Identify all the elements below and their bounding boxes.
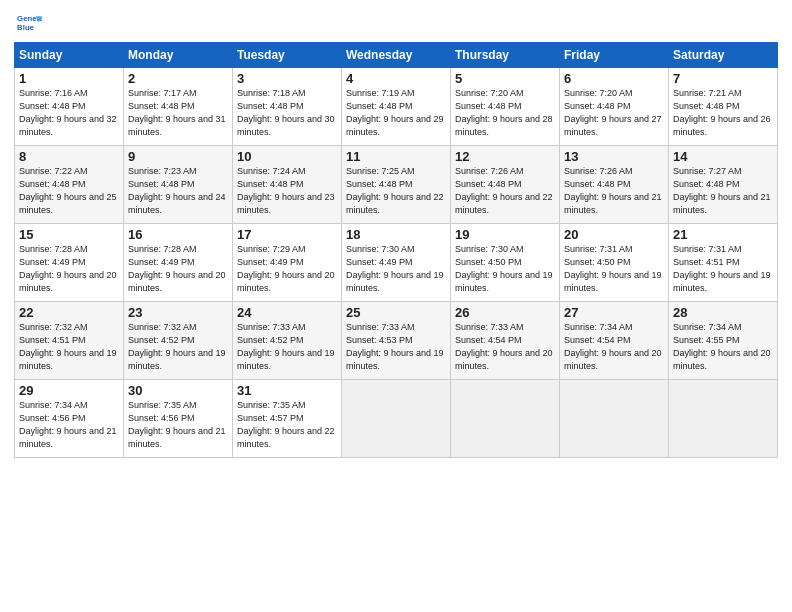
day-cell: 21Sunrise: 7:31 AMSunset: 4:51 PMDayligh… bbox=[669, 224, 778, 302]
day-number: 14 bbox=[673, 149, 773, 164]
day-number: 17 bbox=[237, 227, 337, 242]
logo: General Blue bbox=[14, 10, 46, 38]
day-info: Sunrise: 7:35 AMSunset: 4:56 PMDaylight:… bbox=[128, 399, 228, 451]
header-cell-saturday: Saturday bbox=[669, 43, 778, 68]
page-container: General Blue SundayMondayTuesdayWednesda… bbox=[0, 0, 792, 464]
week-row-1: 1Sunrise: 7:16 AMSunset: 4:48 PMDaylight… bbox=[15, 68, 778, 146]
day-cell: 7Sunrise: 7:21 AMSunset: 4:48 PMDaylight… bbox=[669, 68, 778, 146]
day-info: Sunrise: 7:21 AMSunset: 4:48 PMDaylight:… bbox=[673, 87, 773, 139]
header-cell-monday: Monday bbox=[124, 43, 233, 68]
day-number: 1 bbox=[19, 71, 119, 86]
day-cell: 5Sunrise: 7:20 AMSunset: 4:48 PMDaylight… bbox=[451, 68, 560, 146]
day-cell: 27Sunrise: 7:34 AMSunset: 4:54 PMDayligh… bbox=[560, 302, 669, 380]
day-info: Sunrise: 7:33 AMSunset: 4:54 PMDaylight:… bbox=[455, 321, 555, 373]
day-cell: 11Sunrise: 7:25 AMSunset: 4:48 PMDayligh… bbox=[342, 146, 451, 224]
day-cell bbox=[451, 380, 560, 458]
day-cell: 17Sunrise: 7:29 AMSunset: 4:49 PMDayligh… bbox=[233, 224, 342, 302]
day-number: 3 bbox=[237, 71, 337, 86]
day-info: Sunrise: 7:34 AMSunset: 4:55 PMDaylight:… bbox=[673, 321, 773, 373]
day-cell: 15Sunrise: 7:28 AMSunset: 4:49 PMDayligh… bbox=[15, 224, 124, 302]
week-row-2: 8Sunrise: 7:22 AMSunset: 4:48 PMDaylight… bbox=[15, 146, 778, 224]
day-number: 29 bbox=[19, 383, 119, 398]
day-info: Sunrise: 7:16 AMSunset: 4:48 PMDaylight:… bbox=[19, 87, 119, 139]
header-row: SundayMondayTuesdayWednesdayThursdayFrid… bbox=[15, 43, 778, 68]
day-cell: 4Sunrise: 7:19 AMSunset: 4:48 PMDaylight… bbox=[342, 68, 451, 146]
day-cell: 8Sunrise: 7:22 AMSunset: 4:48 PMDaylight… bbox=[15, 146, 124, 224]
day-number: 24 bbox=[237, 305, 337, 320]
day-info: Sunrise: 7:34 AMSunset: 4:56 PMDaylight:… bbox=[19, 399, 119, 451]
day-number: 28 bbox=[673, 305, 773, 320]
day-info: Sunrise: 7:26 AMSunset: 4:48 PMDaylight:… bbox=[564, 165, 664, 217]
day-info: Sunrise: 7:28 AMSunset: 4:49 PMDaylight:… bbox=[128, 243, 228, 295]
day-info: Sunrise: 7:32 AMSunset: 4:51 PMDaylight:… bbox=[19, 321, 119, 373]
day-cell: 20Sunrise: 7:31 AMSunset: 4:50 PMDayligh… bbox=[560, 224, 669, 302]
day-info: Sunrise: 7:32 AMSunset: 4:52 PMDaylight:… bbox=[128, 321, 228, 373]
day-cell: 16Sunrise: 7:28 AMSunset: 4:49 PMDayligh… bbox=[124, 224, 233, 302]
day-info: Sunrise: 7:26 AMSunset: 4:48 PMDaylight:… bbox=[455, 165, 555, 217]
day-number: 18 bbox=[346, 227, 446, 242]
day-info: Sunrise: 7:29 AMSunset: 4:49 PMDaylight:… bbox=[237, 243, 337, 295]
day-cell: 29Sunrise: 7:34 AMSunset: 4:56 PMDayligh… bbox=[15, 380, 124, 458]
day-number: 22 bbox=[19, 305, 119, 320]
day-number: 7 bbox=[673, 71, 773, 86]
header: General Blue bbox=[14, 10, 778, 38]
day-cell: 1Sunrise: 7:16 AMSunset: 4:48 PMDaylight… bbox=[15, 68, 124, 146]
day-info: Sunrise: 7:17 AMSunset: 4:48 PMDaylight:… bbox=[128, 87, 228, 139]
day-info: Sunrise: 7:27 AMSunset: 4:48 PMDaylight:… bbox=[673, 165, 773, 217]
header-cell-sunday: Sunday bbox=[15, 43, 124, 68]
day-cell: 31Sunrise: 7:35 AMSunset: 4:57 PMDayligh… bbox=[233, 380, 342, 458]
day-cell: 12Sunrise: 7:26 AMSunset: 4:48 PMDayligh… bbox=[451, 146, 560, 224]
day-number: 31 bbox=[237, 383, 337, 398]
day-info: Sunrise: 7:20 AMSunset: 4:48 PMDaylight:… bbox=[564, 87, 664, 139]
day-cell: 28Sunrise: 7:34 AMSunset: 4:55 PMDayligh… bbox=[669, 302, 778, 380]
day-info: Sunrise: 7:24 AMSunset: 4:48 PMDaylight:… bbox=[237, 165, 337, 217]
day-cell: 23Sunrise: 7:32 AMSunset: 4:52 PMDayligh… bbox=[124, 302, 233, 380]
day-info: Sunrise: 7:35 AMSunset: 4:57 PMDaylight:… bbox=[237, 399, 337, 451]
day-cell bbox=[560, 380, 669, 458]
header-cell-thursday: Thursday bbox=[451, 43, 560, 68]
day-cell: 26Sunrise: 7:33 AMSunset: 4:54 PMDayligh… bbox=[451, 302, 560, 380]
logo-icon: General Blue bbox=[14, 10, 42, 38]
day-number: 16 bbox=[128, 227, 228, 242]
day-number: 6 bbox=[564, 71, 664, 86]
day-number: 5 bbox=[455, 71, 555, 86]
day-cell: 3Sunrise: 7:18 AMSunset: 4:48 PMDaylight… bbox=[233, 68, 342, 146]
day-number: 4 bbox=[346, 71, 446, 86]
day-number: 11 bbox=[346, 149, 446, 164]
week-row-4: 22Sunrise: 7:32 AMSunset: 4:51 PMDayligh… bbox=[15, 302, 778, 380]
header-cell-tuesday: Tuesday bbox=[233, 43, 342, 68]
day-cell: 6Sunrise: 7:20 AMSunset: 4:48 PMDaylight… bbox=[560, 68, 669, 146]
day-number: 20 bbox=[564, 227, 664, 242]
header-cell-friday: Friday bbox=[560, 43, 669, 68]
day-number: 13 bbox=[564, 149, 664, 164]
day-info: Sunrise: 7:20 AMSunset: 4:48 PMDaylight:… bbox=[455, 87, 555, 139]
day-info: Sunrise: 7:30 AMSunset: 4:50 PMDaylight:… bbox=[455, 243, 555, 295]
day-info: Sunrise: 7:33 AMSunset: 4:52 PMDaylight:… bbox=[237, 321, 337, 373]
day-info: Sunrise: 7:31 AMSunset: 4:50 PMDaylight:… bbox=[564, 243, 664, 295]
day-info: Sunrise: 7:33 AMSunset: 4:53 PMDaylight:… bbox=[346, 321, 446, 373]
day-cell: 9Sunrise: 7:23 AMSunset: 4:48 PMDaylight… bbox=[124, 146, 233, 224]
day-cell: 18Sunrise: 7:30 AMSunset: 4:49 PMDayligh… bbox=[342, 224, 451, 302]
svg-text:Blue: Blue bbox=[17, 23, 35, 32]
day-number: 25 bbox=[346, 305, 446, 320]
day-info: Sunrise: 7:22 AMSunset: 4:48 PMDaylight:… bbox=[19, 165, 119, 217]
day-info: Sunrise: 7:25 AMSunset: 4:48 PMDaylight:… bbox=[346, 165, 446, 217]
day-cell: 30Sunrise: 7:35 AMSunset: 4:56 PMDayligh… bbox=[124, 380, 233, 458]
day-cell: 25Sunrise: 7:33 AMSunset: 4:53 PMDayligh… bbox=[342, 302, 451, 380]
day-cell bbox=[342, 380, 451, 458]
day-info: Sunrise: 7:23 AMSunset: 4:48 PMDaylight:… bbox=[128, 165, 228, 217]
day-info: Sunrise: 7:34 AMSunset: 4:54 PMDaylight:… bbox=[564, 321, 664, 373]
day-number: 26 bbox=[455, 305, 555, 320]
day-number: 8 bbox=[19, 149, 119, 164]
day-cell: 22Sunrise: 7:32 AMSunset: 4:51 PMDayligh… bbox=[15, 302, 124, 380]
day-cell bbox=[669, 380, 778, 458]
day-number: 2 bbox=[128, 71, 228, 86]
week-row-5: 29Sunrise: 7:34 AMSunset: 4:56 PMDayligh… bbox=[15, 380, 778, 458]
day-info: Sunrise: 7:19 AMSunset: 4:48 PMDaylight:… bbox=[346, 87, 446, 139]
day-number: 10 bbox=[237, 149, 337, 164]
day-number: 21 bbox=[673, 227, 773, 242]
day-info: Sunrise: 7:28 AMSunset: 4:49 PMDaylight:… bbox=[19, 243, 119, 295]
day-number: 9 bbox=[128, 149, 228, 164]
day-cell: 2Sunrise: 7:17 AMSunset: 4:48 PMDaylight… bbox=[124, 68, 233, 146]
week-row-3: 15Sunrise: 7:28 AMSunset: 4:49 PMDayligh… bbox=[15, 224, 778, 302]
